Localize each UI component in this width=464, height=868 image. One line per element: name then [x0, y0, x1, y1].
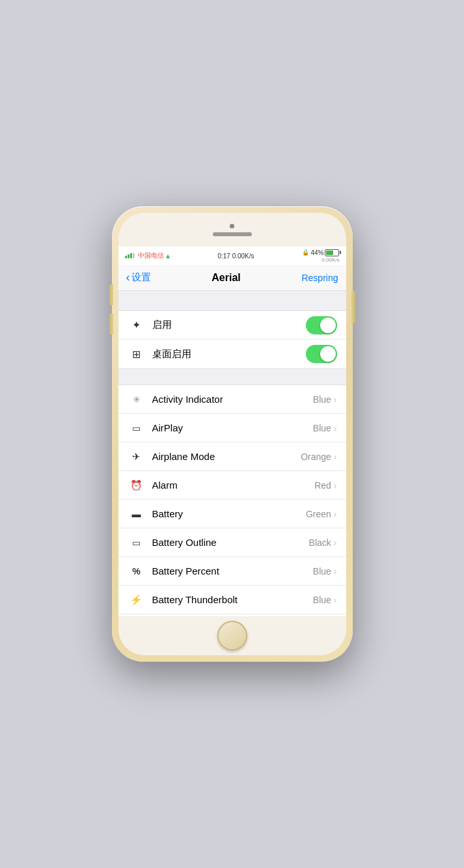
bluetooth-row[interactable]: ✦ Bluetooth Blue ›: [118, 614, 346, 616]
signal-bar-4: [133, 253, 135, 258]
camera: [230, 224, 234, 228]
battery-thunderbolt-row[interactable]: ⚡ Battery Thunderbolt Blue ›: [118, 586, 346, 614]
battery-percent-chevron: ›: [334, 566, 337, 576]
enable-row[interactable]: ✦ 启用: [118, 311, 346, 340]
volume-down-button[interactable]: [109, 314, 113, 334]
nav-bar: ‹ 设置 Aerial Respring: [118, 265, 346, 291]
alarm-chevron: ›: [334, 480, 337, 491]
speaker: [213, 232, 252, 236]
content-area[interactable]: ✦ 启用 ⊞ 桌面启用 ✳ Activity Indicato: [118, 291, 346, 616]
airplay-label: AirPlay: [152, 422, 313, 433]
airplane-mode-chevron: ›: [334, 452, 337, 462]
lock-icon: 🔒: [302, 249, 309, 256]
battery-outline-chevron: ›: [334, 537, 337, 548]
enable-icon: ✦: [128, 319, 146, 331]
battery-thunderbolt-icon: ⚡: [128, 594, 146, 606]
phone-screen: 中国电信 ▴ 0:17 0.00K/s 🔒 44%: [118, 213, 346, 655]
activity-indicator-icon: ✳: [128, 394, 146, 405]
status-bar: 中国电信 ▴ 0:17 0.00K/s 🔒 44%: [118, 247, 346, 265]
activity-indicator-value: Blue: [313, 394, 331, 405]
speed-indicator: 0.00K/s: [321, 257, 339, 263]
alarm-value: Red: [314, 480, 331, 491]
signal-bar-2: [128, 254, 130, 258]
battery-outline-icon: ▭: [128, 537, 146, 548]
center-time-speed: 0:17 0.00K/s: [217, 252, 254, 260]
battery-percent-row[interactable]: % Battery Percent Blue ›: [118, 557, 346, 586]
carrier-label: 中国电信: [138, 251, 164, 260]
activity-indicator-label: Activity Indicator: [152, 394, 313, 405]
battery-row: 🔒 44%: [302, 249, 339, 256]
airplane-mode-row[interactable]: ✈ Airplane Mode Orange ›: [118, 442, 346, 471]
battery-thunderbolt-value: Blue: [313, 595, 331, 605]
airplay-chevron: ›: [334, 423, 337, 433]
airplay-row[interactable]: ▭ AirPlay Blue ›: [118, 414, 346, 442]
screen: 中国电信 ▴ 0:17 0.00K/s 🔒 44%: [118, 247, 346, 616]
alarm-icon: ⏰: [128, 480, 146, 491]
battery-chevron: ›: [334, 509, 337, 519]
signal-bar-1: [125, 256, 127, 258]
battery-outline-label: Battery Outline: [152, 537, 309, 548]
battery-percent-label: Battery Percent: [152, 565, 313, 576]
activity-indicator-row[interactable]: ✳ Activity Indicator Blue ›: [118, 385, 346, 414]
toggle-settings-group: ✦ 启用 ⊞ 桌面启用: [118, 310, 346, 369]
back-button[interactable]: ‹ 设置: [126, 271, 151, 284]
enable-toggle[interactable]: [306, 316, 337, 334]
volume-up-button[interactable]: [109, 284, 113, 305]
signal-bars: [125, 253, 135, 258]
airplane-mode-label: Airplane Mode: [152, 451, 301, 462]
airplay-value: Blue: [313, 423, 331, 433]
battery-fill: [326, 251, 333, 255]
airplane-mode-value: Orange: [301, 452, 331, 462]
respring-button[interactable]: Respring: [301, 273, 338, 283]
section-gap-1: [118, 369, 346, 385]
battery-thunderbolt-label: Battery Thunderbolt: [152, 594, 313, 605]
back-label: 设置: [131, 271, 151, 284]
signal-bar-3: [130, 253, 132, 258]
top-bezel: [118, 213, 346, 247]
activity-indicator-chevron: ›: [334, 394, 337, 405]
airplay-icon: ▭: [128, 423, 146, 433]
desktop-label: 桌面启用: [152, 348, 306, 360]
battery-percent-label: 44%: [310, 249, 323, 256]
alarm-row[interactable]: ⏰ Alarm Red ›: [118, 471, 346, 500]
battery-icon: [325, 249, 339, 256]
battery-row[interactable]: ▬ Battery Green ›: [118, 500, 346, 528]
status-center: 0:17 0.00K/s: [217, 252, 254, 260]
desktop-toggle[interactable]: [306, 345, 337, 363]
status-left: 中国电信 ▴: [125, 251, 170, 260]
desktop-enable-row[interactable]: ⊞ 桌面启用: [118, 340, 346, 368]
battery-thunderbolt-chevron: ›: [334, 595, 337, 605]
section-header-1: [118, 291, 346, 310]
battery-percent-value: Blue: [313, 566, 331, 576]
items-settings-group: ✳ Activity Indicator Blue › ▭ AirPlay Bl…: [118, 385, 346, 616]
home-button[interactable]: [217, 621, 247, 651]
desktop-icon: ⊞: [128, 348, 146, 360]
battery-percent-icon: %: [128, 566, 146, 576]
wifi-icon: ▴: [166, 251, 170, 260]
page-title: Aerial: [212, 272, 240, 284]
enable-label: 启用: [152, 319, 306, 331]
bottom-bezel: [118, 616, 346, 655]
back-chevron-icon: ‹: [126, 271, 130, 284]
battery-container: 🔒 44% 0.00K/s: [302, 249, 339, 263]
alarm-label: Alarm: [152, 480, 315, 491]
phone-frame: 中国电信 ▴ 0:17 0.00K/s 🔒 44%: [112, 206, 353, 662]
power-button[interactable]: [351, 291, 355, 323]
airplane-mode-icon: ✈: [128, 451, 146, 463]
battery-row-icon: ▬: [128, 509, 146, 519]
battery-value: Green: [306, 509, 331, 519]
battery-label: Battery: [152, 508, 306, 519]
status-right: 🔒 44% 0.00K/s: [302, 249, 339, 263]
battery-outline-row[interactable]: ▭ Battery Outline Black ›: [118, 528, 346, 557]
battery-outline-value: Black: [309, 537, 331, 548]
